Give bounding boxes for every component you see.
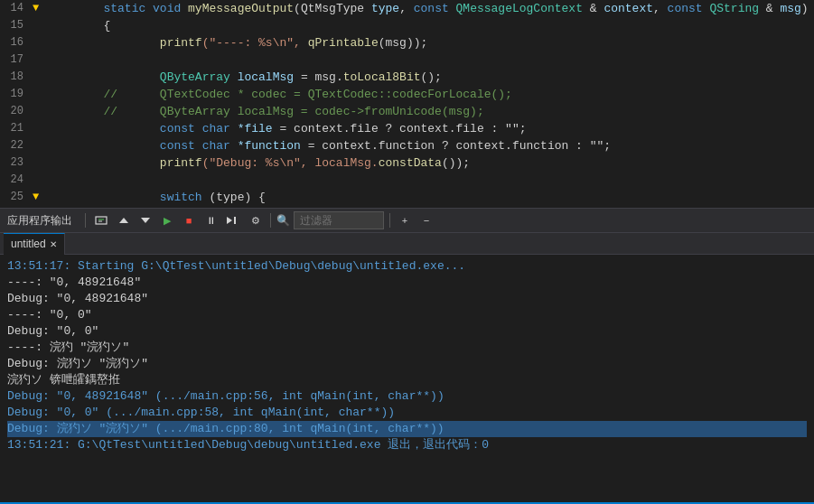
output-line: Debug: 浣犳ソ "浣犳ソ" <box>7 356 807 372</box>
output-line: Debug: "0, 48921648" <box>7 291 807 307</box>
line-content: // QByteArray localMsg = codec->fromUnic… <box>47 103 814 120</box>
svg-marker-5 <box>227 217 232 224</box>
svg-rect-6 <box>234 217 236 224</box>
code-line: 15 { <box>0 17 814 34</box>
line-number: 16 <box>0 34 33 51</box>
arrow-indicator: ▼ <box>33 189 47 206</box>
code-line: 14▼ static void myMessageOutput(QtMsgTyp… <box>0 0 814 17</box>
app-toolbar: 应用程序输出 ▶ ■ ⏸ ⚙ 🔍 + − <box>0 208 814 233</box>
output-content: 13:51:17: Starting G:\QtTest\untitled\De… <box>0 255 814 502</box>
line-content: const char *function = context.function … <box>47 137 814 154</box>
line-number: 22 <box>0 137 33 154</box>
svg-marker-3 <box>119 218 128 223</box>
app-output-label: 应用程序输出 <box>7 213 80 229</box>
output-line: Debug: "0, 48921648" (.../main.cpp:56, i… <box>7 388 807 405</box>
line-content: case QtDebugMsg: <box>47 206 814 208</box>
code-line: 18 QByteArray localMsg = msg.toLocal8Bit… <box>0 69 814 86</box>
code-line: 21 const char *file = context.file ? con… <box>0 120 814 137</box>
line-content: printf("----: %s\n", qPrintable(msg)); <box>47 34 814 51</box>
add-btn[interactable]: + <box>396 211 414 229</box>
line-number: 21 <box>0 120 33 137</box>
line-number: 14 <box>0 0 33 17</box>
svg-marker-4 <box>141 218 150 223</box>
code-line: 16 printf("----: %s\n", qPrintable(msg))… <box>0 34 814 51</box>
arrow-indicator: ▼ <box>33 0 47 17</box>
separator-2 <box>270 213 271 228</box>
down-arrow-icon <box>141 218 150 223</box>
line-number: 19 <box>0 86 33 103</box>
line-number: 26 <box>0 206 33 208</box>
line-number: 20 <box>0 103 33 120</box>
line-number: 25 <box>0 189 33 206</box>
up-btn[interactable] <box>115 211 133 229</box>
pause-btn[interactable]: ⏸ <box>201 211 220 229</box>
line-number: 17 <box>0 51 33 69</box>
step-btn[interactable] <box>223 211 243 229</box>
output-line: Debug: "0, 0" <box>7 323 807 340</box>
output-line: 13:51:21: G:\QtTest\untitled\Debug\debug… <box>7 437 807 453</box>
code-line: 22 const char *function = context.functi… <box>0 137 814 154</box>
run-btn[interactable]: ▶ <box>158 211 176 229</box>
stop-btn[interactable]: ■ <box>180 211 198 229</box>
output-line: Debug: "0, 0" (.../main.cpp:58, int qMai… <box>7 405 807 421</box>
settings-btn[interactable]: ⚙ <box>247 211 265 229</box>
output-line: 13:51:17: Starting G:\QtTest\untitled\De… <box>7 258 807 275</box>
line-content: const char *file = context.file ? contex… <box>47 120 814 137</box>
line-number: 24 <box>0 172 33 189</box>
separator-1 <box>85 213 86 228</box>
up-arrow-icon <box>119 218 128 223</box>
code-line: 23 printf("Debug: %s\n", localMsg.constD… <box>0 154 814 172</box>
output-icon-btn-1[interactable] <box>91 211 111 229</box>
code-line: 19 // QTextCodec * codec = QTextCodec::c… <box>0 86 814 103</box>
down-btn[interactable] <box>136 211 154 229</box>
line-number: 15 <box>0 17 33 34</box>
untitled-tab[interactable]: untitled ✕ <box>4 233 65 255</box>
remove-btn[interactable]: − <box>417 211 435 229</box>
output-icon <box>95 214 108 227</box>
output-line: Debug: 浣犳ソ "浣犳ソ" (.../main.cpp:80, int q… <box>7 421 807 437</box>
output-tab-bar: untitled ✕ <box>0 233 814 255</box>
code-line: 26 case QtDebugMsg: <box>0 206 814 208</box>
tab-close-btn[interactable]: ✕ <box>50 239 57 249</box>
step-icon <box>227 215 239 226</box>
search-icon: 🔍 <box>276 214 290 228</box>
output-line: ----: "0, 48921648" <box>7 275 807 291</box>
tab-label: untitled <box>11 238 46 250</box>
line-content: // QTextCodec * codec = QTextCodec::code… <box>47 86 814 103</box>
separator-3 <box>389 213 390 228</box>
output-line: ----: 浣犳 "浣犳ソ" <box>7 340 807 356</box>
line-content: switch (type) { <box>47 189 814 206</box>
line-content: printf("Debug: %s\n", localMsg.constData… <box>47 154 814 172</box>
code-line: 17 <box>0 51 814 69</box>
code-editor: 14▼ static void myMessageOutput(QtMsgTyp… <box>0 0 814 208</box>
line-number: 23 <box>0 154 33 172</box>
code-line: 25▼ switch (type) { <box>0 189 814 206</box>
output-line: 浣犳ソ 锛呭皬鍝嶅拰 <box>7 372 807 388</box>
output-line: ----: "0, 0" <box>7 307 807 323</box>
output-panel: untitled ✕ 13:51:17: Starting G:\QtTest\… <box>0 233 814 502</box>
svg-rect-0 <box>96 217 107 224</box>
code-line: 20 // QByteArray localMsg = codec->fromU… <box>0 103 814 120</box>
code-line: 24 <box>0 172 814 189</box>
line-content: QByteArray localMsg = msg.toLocal8Bit(); <box>47 69 814 86</box>
line-content: { <box>47 17 814 34</box>
line-number: 18 <box>0 69 33 86</box>
line-content: static void myMessageOutput(QtMsgType ty… <box>47 0 814 17</box>
filter-input[interactable] <box>294 211 384 229</box>
